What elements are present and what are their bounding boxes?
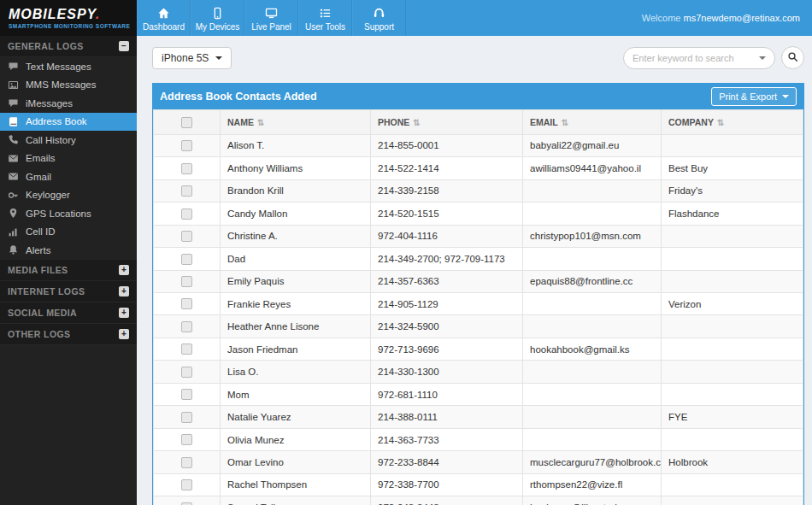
row-checkbox[interactable] — [181, 412, 192, 423]
row-checkbox-cell — [154, 496, 221, 505]
cell-phone: 214-357-6363 — [371, 270, 523, 292]
row-checkbox[interactable] — [181, 163, 192, 174]
nav-item-user-tools[interactable]: User Tools — [298, 0, 352, 36]
sidebar-item-emails[interactable]: Emails — [0, 150, 137, 168]
row-checkbox[interactable] — [181, 231, 192, 242]
search-icon — [787, 51, 798, 65]
sidebar-item-address-book[interactable]: Address Book — [0, 113, 137, 132]
select-all-checkbox[interactable] — [181, 117, 192, 128]
sidebar-item-keylogger[interactable]: Keylogger — [0, 186, 137, 205]
brand-logo[interactable]: MOBILESPY. SMARTPHONE MONITORING SOFTWAR… — [0, 0, 137, 36]
cell-name: Brandon Krill — [221, 179, 371, 202]
sidebar-item-alerts[interactable]: Alerts — [0, 241, 137, 260]
cell-phone: 214-388-0111 — [371, 406, 523, 428]
cell-email: hueberon@lilacstoday.co — [523, 496, 662, 505]
top-header: MOBILESPY. SMARTPHONE MONITORING SOFTWAR… — [0, 0, 812, 36]
row-checkbox[interactable] — [181, 276, 192, 287]
row-checkbox[interactable] — [181, 140, 192, 151]
plus-icon[interactable]: + — [119, 265, 129, 275]
device-selector[interactable]: iPhone 5S — [152, 47, 232, 69]
row-checkbox[interactable] — [181, 208, 192, 220]
row-checkbox[interactable] — [181, 185, 192, 197]
sidebar-section-other-logs[interactable]: OTHER LOGS+ — [0, 324, 137, 345]
cell-name: Dad — [221, 248, 371, 270]
row-checkbox[interactable] — [181, 367, 192, 378]
cell-company — [662, 473, 803, 496]
nav-item-support[interactable]: Support — [352, 0, 406, 36]
account-email[interactable]: ms7newdemo@retinax.com — [684, 13, 801, 23]
cell-phone: 972-338-7700 — [371, 473, 523, 496]
row-checkbox[interactable] — [181, 457, 192, 468]
sidebar-item-cell-id[interactable]: Cell ID — [0, 223, 137, 242]
cell-name: Omar Levino — [221, 451, 371, 473]
table-row: Emily Paquis214-357-6363epaquis88@frontl… — [154, 270, 803, 292]
row-checkbox[interactable] — [181, 344, 192, 355]
cell-phone: 214-363-7733 — [371, 428, 523, 450]
book-icon — [8, 116, 19, 127]
cell-email: christypop101@msn.com — [523, 225, 662, 247]
column-header-email[interactable]: EMAIL⇅ — [523, 110, 662, 135]
nav-item-my-devices[interactable]: My Devices — [191, 0, 244, 36]
print-export-button[interactable]: Print & Export — [711, 87, 797, 106]
cell-email — [523, 361, 662, 383]
search-box[interactable] — [623, 47, 775, 69]
sidebar-section-media-files[interactable]: MEDIA FILES+ — [0, 260, 137, 281]
row-checkbox-cell — [154, 406, 221, 428]
sidebar-item-mms-messages[interactable]: MMS Messages — [0, 76, 137, 95]
column-header-company[interactable]: COMPANY⇅ — [662, 110, 803, 135]
nav-item-label: User Tools — [305, 22, 345, 32]
table-row: Omar Levino972-233-8844musclecarguru77@h… — [154, 451, 803, 473]
main-nav: DashboardMy DevicesLive PanelUser ToolsS… — [137, 0, 406, 36]
row-checkbox[interactable] — [181, 434, 192, 445]
table-row: Candy Mallon214-520-1515Flashdance — [154, 203, 803, 225]
row-checkbox[interactable] — [181, 254, 192, 265]
sidebar-section-internet-logs[interactable]: INTERNET LOGS+ — [0, 281, 137, 302]
brand-name-mobile: MOBILE — [9, 7, 67, 21]
nav-item-label: Support — [364, 22, 394, 32]
row-checkbox-cell — [154, 338, 221, 360]
nav-item-live-panel[interactable]: Live Panel — [244, 0, 298, 36]
row-checkbox[interactable] — [181, 389, 192, 400]
sidebar-item-imessages[interactable]: iMessages — [0, 94, 137, 113]
photo-icon — [8, 79, 19, 91]
column-label: PHONE — [378, 117, 409, 127]
nav-item-dashboard[interactable]: Dashboard — [137, 0, 191, 36]
cell-email — [523, 293, 662, 315]
map-marker-icon — [8, 208, 19, 219]
brand-dot: . — [96, 7, 100, 21]
sidebar-item-label: Keylogger — [26, 190, 70, 200]
column-header-name[interactable]: NAME⇅ — [221, 110, 371, 135]
cell-email: awilliams09441@yahoo.il — [523, 157, 662, 179]
table-row: Frankie Reyes214-905-1129Verizon — [154, 293, 803, 315]
row-checkbox[interactable] — [181, 479, 192, 490]
plus-icon[interactable]: + — [119, 329, 129, 339]
signal-icon — [8, 226, 19, 238]
column-header-phone[interactable]: PHONE⇅ — [371, 110, 523, 135]
minus-icon[interactable]: − — [119, 41, 129, 51]
row-checkbox[interactable] — [181, 321, 192, 332]
sidebar-item-gps-locations[interactable]: GPS Locations — [0, 204, 137, 223]
plus-icon[interactable]: + — [119, 308, 129, 318]
cell-company — [662, 496, 803, 505]
sidebar-section-social-media[interactable]: SOCIAL MEDIA+ — [0, 302, 137, 324]
sidebar: GENERAL LOGS−Text MessagesMMS MessagesiM… — [0, 36, 137, 505]
welcome-label: Welcome — [642, 13, 681, 23]
cell-phone: 972-243-3443 — [371, 496, 523, 505]
sidebar-item-call-history[interactable]: Call History — [0, 131, 137, 150]
sidebar-item-text-messages[interactable]: Text Messages — [0, 57, 137, 76]
sidebar-section-label: MEDIA FILES — [8, 265, 68, 275]
plus-icon[interactable]: + — [119, 286, 129, 297]
table-row: Anthony Williams214-522-1414awilliams094… — [154, 157, 803, 179]
sidebar-section-general-logs[interactable]: GENERAL LOGS− — [0, 36, 137, 57]
envelope-icon — [8, 153, 19, 164]
search-button[interactable] — [781, 46, 804, 69]
row-checkbox-cell — [154, 225, 221, 247]
cell-name: Heather Anne Lisone — [221, 315, 371, 338]
sidebar-item-gmail[interactable]: Gmail — [0, 167, 137, 186]
table-row: Olivia Munez214-363-7733 — [154, 428, 803, 450]
row-checkbox[interactable] — [181, 298, 192, 309]
chevron-down-icon[interactable] — [759, 56, 766, 60]
search-input[interactable] — [633, 53, 759, 63]
cell-email — [523, 203, 662, 225]
cell-phone: 214-349-2700; 972-709-1173 — [371, 248, 523, 270]
